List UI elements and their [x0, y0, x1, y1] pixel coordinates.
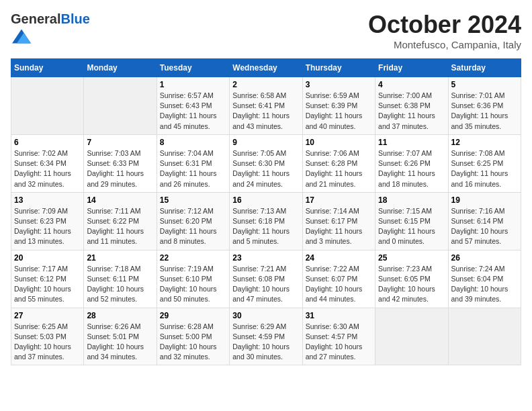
day-number: 15 [160, 195, 226, 205]
day-number: 1 [160, 80, 226, 89]
day-detail: Sunrise: 7:12 AMSunset: 6:20 PMDaylight:… [160, 206, 226, 247]
calendar-cell: 2Sunrise: 6:58 AMSunset: 6:41 PMDaylight… [230, 77, 302, 135]
calendar-cell: 31Sunrise: 6:30 AMSunset: 4:57 PMDayligh… [302, 308, 375, 365]
calendar-cell: 28Sunrise: 6:26 AMSunset: 5:01 PMDayligh… [84, 308, 157, 365]
day-number: 26 [451, 253, 518, 263]
day-number: 17 [306, 195, 372, 205]
day-number: 4 [378, 80, 445, 89]
location-subtitle: Montefusco, Campania, Italy [368, 39, 521, 50]
calendar-week-row: 1Sunrise: 6:57 AMSunset: 6:43 PMDaylight… [11, 77, 521, 135]
day-detail: Sunrise: 7:13 AMSunset: 6:18 PMDaylight:… [232, 206, 299, 247]
weekday-header: Wednesday [230, 59, 302, 77]
day-number: 27 [14, 311, 81, 320]
day-number: 16 [232, 195, 299, 205]
day-detail: Sunrise: 6:57 AMSunset: 6:43 PMDaylight:… [160, 91, 226, 132]
calendar-cell: 10Sunrise: 7:06 AMSunset: 6:28 PMDayligh… [302, 134, 375, 192]
calendar-cell: 17Sunrise: 7:14 AMSunset: 6:17 PMDayligh… [302, 192, 375, 250]
day-number: 3 [306, 80, 372, 89]
calendar-cell: 29Sunrise: 6:28 AMSunset: 5:00 PMDayligh… [157, 308, 229, 365]
day-detail: Sunrise: 6:29 AMSunset: 4:59 PMDaylight:… [232, 322, 299, 363]
day-detail: Sunrise: 7:11 AMSunset: 6:22 PMDaylight:… [87, 206, 153, 247]
calendar-cell: 1Sunrise: 6:57 AMSunset: 6:43 PMDaylight… [157, 77, 229, 135]
day-detail: Sunrise: 7:17 AMSunset: 6:12 PMDaylight:… [14, 264, 81, 305]
calendar-cell: 25Sunrise: 7:23 AMSunset: 6:05 PMDayligh… [375, 250, 448, 308]
weekday-header: Friday [375, 59, 448, 77]
day-detail: Sunrise: 6:28 AMSunset: 5:00 PMDaylight:… [160, 322, 226, 363]
logo-icon [12, 27, 31, 46]
day-detail: Sunrise: 7:02 AMSunset: 6:34 PMDaylight:… [14, 148, 81, 189]
calendar-cell: 15Sunrise: 7:12 AMSunset: 6:20 PMDayligh… [157, 192, 229, 250]
day-number: 24 [306, 253, 372, 263]
calendar-cell: 21Sunrise: 7:18 AMSunset: 6:11 PMDayligh… [84, 250, 157, 308]
day-number: 14 [87, 195, 153, 205]
day-number: 7 [87, 138, 153, 147]
day-number: 31 [306, 311, 372, 320]
day-detail: Sunrise: 7:24 AMSunset: 6:04 PMDaylight:… [451, 264, 518, 305]
day-number: 13 [14, 195, 81, 205]
calendar-cell: 5Sunrise: 7:01 AMSunset: 6:36 PMDaylight… [448, 77, 521, 135]
day-number: 9 [232, 138, 299, 147]
calendar-table: SundayMondayTuesdayWednesdayThursdayFrid… [11, 58, 521, 365]
calendar-cell: 3Sunrise: 6:59 AMSunset: 6:39 PMDaylight… [302, 77, 375, 135]
day-detail: Sunrise: 6:26 AMSunset: 5:01 PMDaylight:… [87, 322, 153, 363]
day-detail: Sunrise: 7:21 AMSunset: 6:08 PMDaylight:… [232, 264, 299, 305]
day-detail: Sunrise: 6:58 AMSunset: 6:41 PMDaylight:… [232, 91, 299, 132]
day-number: 6 [14, 138, 81, 147]
weekday-header: Saturday [448, 59, 521, 77]
logo-blue: Blue [60, 11, 89, 26]
calendar-cell: 16Sunrise: 7:13 AMSunset: 6:18 PMDayligh… [230, 192, 302, 250]
day-detail: Sunrise: 7:05 AMSunset: 6:30 PMDaylight:… [232, 148, 299, 189]
title-block: October 2024 Montefusco, Campania, Italy [368, 11, 521, 50]
day-detail: Sunrise: 7:04 AMSunset: 6:31 PMDaylight:… [160, 148, 226, 189]
calendar-week-row: 27Sunrise: 6:25 AMSunset: 5:03 PMDayligh… [11, 308, 521, 365]
day-detail: Sunrise: 6:30 AMSunset: 4:57 PMDaylight:… [306, 322, 372, 363]
calendar-cell: 20Sunrise: 7:17 AMSunset: 6:12 PMDayligh… [11, 250, 84, 308]
weekday-header: Tuesday [157, 59, 229, 77]
logo: GeneralBlue [11, 11, 90, 48]
day-number: 12 [451, 138, 518, 147]
day-detail: Sunrise: 7:15 AMSunset: 6:15 PMDaylight:… [378, 206, 445, 247]
day-number: 2 [232, 80, 299, 89]
day-detail: Sunrise: 7:22 AMSunset: 6:07 PMDaylight:… [306, 264, 372, 305]
day-number: 11 [378, 138, 445, 147]
day-detail: Sunrise: 7:09 AMSunset: 6:23 PMDaylight:… [14, 206, 81, 247]
weekday-header: Monday [84, 59, 157, 77]
day-number: 10 [306, 138, 372, 147]
day-detail: Sunrise: 6:25 AMSunset: 5:03 PMDaylight:… [14, 322, 81, 363]
calendar-cell [448, 308, 521, 365]
day-detail: Sunrise: 7:07 AMSunset: 6:26 PMDaylight:… [378, 148, 445, 189]
calendar-cell: 23Sunrise: 7:21 AMSunset: 6:08 PMDayligh… [230, 250, 302, 308]
day-number: 20 [14, 253, 81, 263]
calendar-cell: 4Sunrise: 7:00 AMSunset: 6:38 PMDaylight… [375, 77, 448, 135]
calendar-cell: 13Sunrise: 7:09 AMSunset: 6:23 PMDayligh… [11, 192, 84, 250]
calendar-cell: 7Sunrise: 7:03 AMSunset: 6:33 PMDaylight… [84, 134, 157, 192]
calendar-cell: 27Sunrise: 6:25 AMSunset: 5:03 PMDayligh… [11, 308, 84, 365]
day-number: 19 [451, 195, 518, 205]
calendar-cell: 6Sunrise: 7:02 AMSunset: 6:34 PMDaylight… [11, 134, 84, 192]
calendar-cell: 30Sunrise: 6:29 AMSunset: 4:59 PMDayligh… [230, 308, 302, 365]
calendar-cell: 12Sunrise: 7:08 AMSunset: 6:25 PMDayligh… [448, 134, 521, 192]
weekday-header: Sunday [11, 59, 84, 77]
day-number: 21 [87, 253, 153, 263]
day-number: 18 [378, 195, 445, 205]
day-detail: Sunrise: 7:18 AMSunset: 6:11 PMDaylight:… [87, 264, 153, 305]
calendar-cell: 19Sunrise: 7:16 AMSunset: 6:14 PMDayligh… [448, 192, 521, 250]
day-detail: Sunrise: 7:14 AMSunset: 6:17 PMDaylight:… [306, 206, 372, 247]
day-detail: Sunrise: 7:03 AMSunset: 6:33 PMDaylight:… [87, 148, 153, 189]
day-detail: Sunrise: 7:01 AMSunset: 6:36 PMDaylight:… [451, 91, 518, 132]
day-detail: Sunrise: 7:16 AMSunset: 6:14 PMDaylight:… [451, 206, 518, 247]
calendar-cell: 26Sunrise: 7:24 AMSunset: 6:04 PMDayligh… [448, 250, 521, 308]
calendar-cell: 24Sunrise: 7:22 AMSunset: 6:07 PMDayligh… [302, 250, 375, 308]
calendar-cell: 22Sunrise: 7:19 AMSunset: 6:10 PMDayligh… [157, 250, 229, 308]
calendar-week-row: 6Sunrise: 7:02 AMSunset: 6:34 PMDaylight… [11, 134, 521, 192]
calendar-cell [84, 77, 157, 135]
weekday-header: Thursday [302, 59, 375, 77]
logo-general: General [11, 11, 60, 26]
calendar-cell: 11Sunrise: 7:07 AMSunset: 6:26 PMDayligh… [375, 134, 448, 192]
calendar-week-row: 20Sunrise: 7:17 AMSunset: 6:12 PMDayligh… [11, 250, 521, 308]
day-detail: Sunrise: 7:08 AMSunset: 6:25 PMDaylight:… [451, 148, 518, 189]
calendar-week-row: 13Sunrise: 7:09 AMSunset: 6:23 PMDayligh… [11, 192, 521, 250]
day-detail: Sunrise: 7:00 AMSunset: 6:38 PMDaylight:… [378, 91, 445, 132]
day-number: 8 [160, 138, 226, 147]
day-detail: Sunrise: 7:06 AMSunset: 6:28 PMDaylight:… [306, 148, 372, 189]
